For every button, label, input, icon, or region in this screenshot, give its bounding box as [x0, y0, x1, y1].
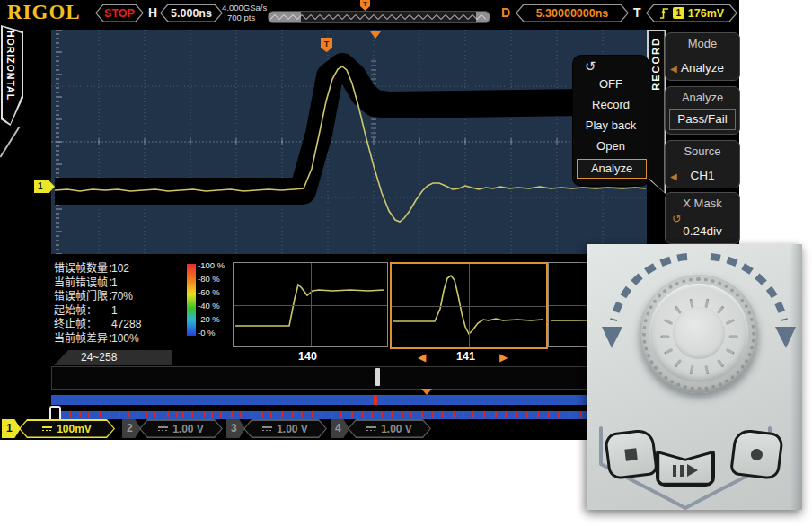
menu-x-mask[interactable]: X Mask ↺ 0.24div	[665, 192, 740, 244]
error-frame-bar[interactable]	[51, 411, 660, 419]
menu-analyze-label: Analyze	[666, 91, 739, 104]
error-frame-tick	[220, 412, 222, 418]
trigger-position-marker[interactable]	[370, 31, 381, 39]
error-frame-tick	[281, 412, 283, 418]
stat-label: 终止帧：	[54, 318, 97, 330]
frame-140-pane[interactable]	[233, 262, 388, 347]
error-frame-tick	[526, 412, 528, 418]
frame-range-tab[interactable]: 24~258	[54, 350, 172, 365]
stat-value: 102	[111, 262, 129, 276]
menu-mode[interactable]: Mode ◀ Analyze	[665, 32, 740, 81]
menu-x-mask-value: 0.24div	[666, 224, 739, 238]
error-frame-tick	[191, 412, 193, 418]
memory-waveform-zigzag	[269, 12, 490, 22]
error-frame-tick	[211, 412, 213, 418]
popup-item-off[interactable]: OFF	[577, 75, 645, 93]
error-frame-tick	[410, 412, 412, 418]
popup-item-open[interactable]: Open	[577, 137, 645, 155]
record-icon	[750, 448, 763, 460]
tab-record[interactable]: RECORD	[647, 30, 666, 194]
frame-timeline-strip[interactable]	[51, 366, 662, 390]
timeline-position-marker[interactable]	[375, 368, 380, 386]
waveform-plot: T	[51, 30, 647, 254]
memory-position-bar[interactable]	[268, 11, 490, 23]
error-frame-tick	[79, 412, 81, 418]
menu-analyze[interactable]: Analyze Pass/Fail	[665, 86, 740, 135]
rotate-knob-icon: ↺	[672, 212, 682, 225]
difference-scale-labels: -100 % -80 % -60 % -40 % -20 % -0 %	[198, 260, 225, 338]
stat-label: 当前错误帧：	[54, 276, 119, 289]
error-frame-tick	[261, 412, 263, 418]
page: RIGOL STOP H 5.000ns 4.000GSa/s 700 pts …	[0, 0, 812, 526]
channel-4-number: 4	[331, 419, 349, 438]
rising-edge-icon	[659, 6, 669, 20]
error-frame-tick	[421, 412, 423, 418]
error-frame-tick	[204, 412, 206, 418]
play-pause-button[interactable]	[656, 445, 715, 487]
trigger-source-badge: 1	[673, 7, 684, 19]
error-frame-tick	[371, 412, 373, 418]
error-frame-tick	[580, 412, 582, 418]
timebase-badge: 5.000ns	[160, 4, 223, 22]
channel-4-chip[interactable]: 4 1.00 V	[331, 419, 431, 438]
error-frame-tick	[154, 412, 156, 418]
tab-horizontal[interactable]: HORIZONTAL	[1, 25, 23, 126]
trigger-level-flag[interactable]: T	[321, 38, 332, 52]
scale-label: -40 %	[198, 301, 225, 311]
record-button[interactable]	[729, 428, 784, 480]
record-mode-popup: ↺ OFF Record Play back Open Analyze	[573, 56, 649, 186]
pane-crosshair	[234, 305, 387, 306]
popup-item-analyze[interactable]: Analyze	[577, 159, 647, 179]
error-frame-tick	[463, 412, 464, 418]
menu-x-mask-label: X Mask	[666, 197, 739, 210]
error-frame-tick	[351, 412, 353, 418]
error-frame-tick	[167, 412, 169, 418]
pass-fail-statistics: 错误帧数量：102 当前错误帧：1 错误帧门限：70% 起始帧：1 终止帧：47…	[54, 262, 198, 346]
channel-3-number: 3	[226, 419, 245, 438]
menu-source[interactable]: Source ◀ CH1	[665, 140, 740, 188]
stat-value: 1	[111, 276, 118, 291]
memory-trigger-flag[interactable]: T	[360, 0, 370, 11]
channel-1-scale: 100mV	[57, 423, 92, 435]
frame-overview-bar[interactable]	[51, 395, 660, 405]
pause-icon	[673, 465, 676, 477]
cw-arrowhead-icon	[775, 327, 796, 348]
channel-2-chip[interactable]: 2 1.00 V	[122, 419, 223, 438]
delay-badge: 5.30000000ns	[516, 4, 629, 22]
scale-label: -100 %	[198, 260, 225, 270]
channel-1-chip[interactable]: 1 100mV	[2, 419, 115, 438]
dc-coupling-icon	[366, 426, 376, 431]
menu-mode-label: Mode	[666, 37, 739, 50]
dc-coupling-icon	[42, 426, 52, 431]
t-label: T	[633, 5, 641, 20]
frame-position-triangle[interactable]	[421, 389, 432, 395]
error-frames-envelope	[55, 66, 646, 191]
error-frame-tick	[270, 412, 272, 418]
sample-rate: 4.000GSa/s	[222, 3, 267, 13]
stop-button[interactable]	[604, 428, 658, 480]
knob-center-dome[interactable]	[673, 307, 725, 359]
popup-item-playback[interactable]: Play back	[577, 117, 645, 135]
stat-label: 错误帧数量：	[54, 262, 119, 275]
channel-3-chip[interactable]: 3 1.00 V	[226, 419, 327, 438]
error-frame-tick	[483, 412, 485, 418]
frame-140-label: 140	[298, 350, 317, 363]
menu-source-label: Source	[666, 145, 739, 158]
menu-mode-value: Analyze	[666, 61, 739, 75]
error-frame-tick	[453, 412, 455, 418]
next-frame-arrow[interactable]: ▶	[499, 351, 508, 364]
error-frame-tick	[516, 412, 517, 418]
prev-frame-arrow[interactable]: ◀	[418, 351, 426, 364]
memory-depth: 700 pts	[222, 13, 267, 22]
play-icon	[687, 464, 698, 477]
frame-141-pane-selected[interactable]	[390, 262, 548, 349]
frame-141-trace	[393, 276, 543, 334]
error-frame-tick	[231, 412, 233, 418]
difference-color-scale	[187, 264, 196, 336]
error-frame-tick	[340, 412, 342, 418]
front-panel-photo	[587, 244, 802, 510]
popup-item-record[interactable]: Record	[577, 96, 645, 114]
error-frame-tick	[472, 412, 474, 418]
channel-2-scale: 1.00 V	[172, 423, 204, 435]
error-frame-tick	[432, 412, 434, 418]
